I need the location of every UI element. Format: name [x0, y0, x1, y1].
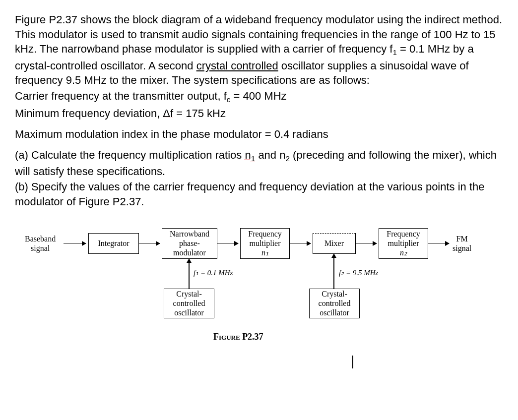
intro-sub-1: 1	[392, 49, 397, 57]
crystal-controlled-underline: crystal controlled	[196, 60, 278, 72]
integrator-block: Integrator	[88, 233, 139, 254]
part-a: (a) Calculate the frequency multiplicati…	[15, 148, 503, 179]
carrier-spec: Carrier frequency at the transmitter out…	[15, 89, 503, 105]
arrow-baseband-to-integrator	[64, 243, 86, 244]
arrow-fm1-to-mixer	[290, 243, 311, 244]
mixer-block: Mixer	[313, 233, 356, 254]
max-modulation-index: Maximum modulation index in the phase mo…	[15, 127, 503, 142]
frequency-multiplier-n1-block: Frequency multiplier n₁	[240, 228, 290, 259]
f2-label: f₂ = 9.5 MHz	[339, 268, 378, 278]
deviation-spec: Minimum frequency deviation, Δf = 175 kH…	[15, 106, 503, 121]
frequency-multiplier-n2-block: Frequency multiplier n₂	[379, 228, 428, 259]
arrow-osc2-to-mixer	[333, 254, 334, 289]
fm-signal-label: FM signal	[453, 234, 471, 253]
crystal-oscillator-2-block: Crystal- controlled oscillator	[309, 289, 360, 318]
crystal-oscillator-1-block: Crystal- controlled oscillator	[164, 289, 214, 318]
f1-label: f₁ = 0.1 MHz	[194, 268, 233, 278]
arrow-fm2-to-output	[428, 243, 449, 244]
arrow-npm-to-fm1	[217, 243, 238, 244]
block-diagram: Baseband signal Integrator Narrowband ph…	[15, 224, 491, 373]
arrow-integrator-to-npm	[139, 243, 160, 244]
narrowband-phase-modulator-block: Narrowband phase- modulator	[162, 228, 217, 259]
figure-caption: Figure P2.37	[213, 331, 263, 343]
part-b: (b) Specify the values of the carrier fr…	[15, 180, 503, 209]
baseband-signal-label: Baseband signal	[25, 234, 56, 253]
text-cursor	[352, 356, 353, 368]
problem-statement: Figure P2.37 shows the block diagram of …	[15, 12, 503, 121]
delta-f-wavy: Δf	[163, 107, 173, 120]
arrow-osc1-to-npm	[189, 259, 190, 289]
arrow-mixer-to-fm2	[356, 243, 377, 244]
